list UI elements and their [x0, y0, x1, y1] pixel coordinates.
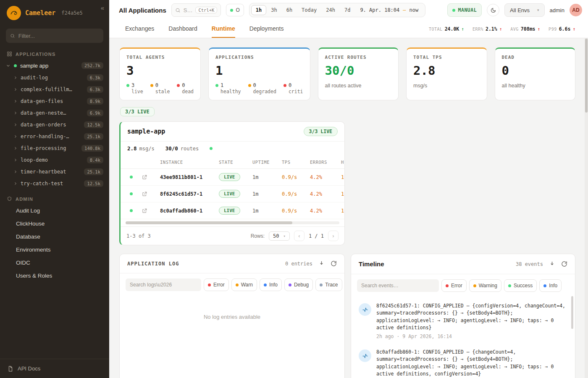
log-search-input[interactable] — [126, 278, 201, 291]
filter-chip-warning[interactable]: Warning — [469, 279, 501, 292]
tab-runtime[interactable]: Runtime — [212, 20, 235, 38]
sidebar-item-data-gen-files[interactable]: data-gen-files8.9k — [0, 95, 109, 107]
global-search[interactable]: S… Ctrl+K — [171, 3, 221, 17]
col-errors: ERRORS — [310, 160, 341, 165]
chevron-right-icon — [13, 123, 18, 127]
card-value: 1 — [215, 63, 303, 78]
breakdown-dead: 0dead — [177, 82, 194, 94]
sidebar-item-error-handling[interactable]: error-handling-…25.1k — [0, 131, 109, 142]
rows-per-page-select[interactable]: 50▾ — [269, 231, 290, 241]
live-summary-chip[interactable]: 3/3 LIVE — [120, 107, 155, 116]
breakdown-degraded: 0degraded — [248, 82, 276, 94]
status-dot — [177, 84, 180, 87]
external-link-icon[interactable] — [142, 174, 160, 180]
horizontal-scrollbar[interactable] — [126, 221, 339, 224]
extra-value: 1 — [341, 191, 344, 197]
filter-chip-warn[interactable]: Warn — [231, 278, 257, 291]
api-docs-link[interactable]: API Docs — [0, 359, 109, 378]
refresh-icon[interactable] — [331, 260, 337, 267]
manual-refresh-button[interactable]: MANUAL — [447, 3, 482, 17]
range-3h-button[interactable]: 3h — [266, 5, 281, 15]
log-empty-state: No log entries available — [120, 314, 344, 320]
chameleon-logo-icon — [7, 6, 21, 20]
download-icon[interactable] — [318, 260, 325, 267]
external-link-icon[interactable] — [142, 191, 160, 197]
sidebar-item-users-roles[interactable]: Users & Roles — [0, 269, 109, 282]
filter-chip-debug[interactable]: Debug — [284, 278, 313, 291]
range-24h-button[interactable]: 24h — [321, 5, 340, 15]
external-link-icon[interactable] — [142, 208, 160, 214]
col-extra: H — [341, 160, 344, 165]
filter-chip-info[interactable]: Info — [260, 278, 282, 291]
sidebar-item-environments[interactable]: Environments — [0, 243, 109, 256]
range-today-button[interactable]: Today — [297, 5, 321, 15]
status-dot — [248, 84, 251, 87]
page-title: All Applications — [119, 7, 166, 14]
scrollbar-thumb[interactable] — [585, 39, 588, 113]
sidebar-item-data-gen-nested[interactable]: data-gen-neste…6.9k — [0, 107, 109, 119]
tab-exchanges[interactable]: Exchanges — [125, 20, 154, 38]
timeline-panel: Timeline 38 events Error Warning Success… — [351, 254, 575, 378]
log-entries-count: 0 entries — [285, 261, 312, 267]
app-routes-value: 30/0 — [165, 145, 178, 152]
application-log-panel: APPLICATION LOG 0 entries Error Warn Inf… — [119, 254, 345, 378]
sidebar-item-file-processing[interactable]: file-processing140.8k — [0, 142, 109, 154]
dark-mode-toggle[interactable] — [487, 4, 499, 16]
env-select[interactable]: All Envs ▾ — [504, 3, 545, 17]
filter-chip-trace[interactable]: Trace — [315, 278, 342, 291]
count-badge: 252.7k — [81, 62, 103, 69]
sidebar-item-sample-app[interactable]: sample app 252.7k — [0, 59, 109, 72]
sidebar-item-loop-demo[interactable]: loop-demo8.4k — [0, 154, 109, 166]
table-row[interactable]: 8c0affadb860-1 LIVE 1m 0.9/s 4.2% 1 — [121, 202, 344, 219]
next-page-button[interactable]: › — [328, 231, 339, 241]
prev-page-button[interactable]: ‹ — [294, 231, 304, 241]
chevron-right-icon — [13, 181, 18, 186]
sidebar-item-clickhouse[interactable]: ClickHouse — [0, 217, 109, 230]
range-7d-button[interactable]: 7d — [340, 5, 355, 15]
timeline-event-list[interactable]: 8f6245c61d57-1: CONFIG_APPLIED — {config… — [351, 297, 575, 378]
sidebar-filter[interactable] — [6, 29, 103, 43]
download-icon[interactable] — [549, 261, 555, 267]
refresh-icon[interactable] — [561, 261, 567, 267]
filter-chip-error[interactable]: Error — [441, 279, 467, 292]
date-range-display[interactable]: 9. Apr. 18:04 — now — [355, 7, 423, 13]
sidebar-filter-input[interactable] — [18, 33, 99, 39]
filter-chip-error[interactable]: Error — [204, 278, 229, 291]
timeline-scrollbar[interactable] — [571, 296, 573, 329]
global-search-text: S… — [184, 7, 193, 13]
table-row[interactable]: 43ee9811b801-1 LIVE 1m 0.9/s 4.2% 1 — [121, 169, 344, 186]
sidebar-item-database[interactable]: Database — [0, 230, 109, 243]
app-card-stats: 2.8 msg/s 30/0 routes — [121, 142, 344, 155]
range-6h-button[interactable]: 6h — [282, 5, 297, 15]
avatar[interactable]: AD — [570, 4, 582, 16]
tab-dashboard[interactable]: Dashboard — [168, 20, 197, 38]
sidebar-collapse-icon[interactable]: « — [101, 4, 104, 11]
online-dot — [230, 9, 233, 12]
range-1h-button[interactable]: 1h — [251, 5, 266, 15]
sidebar-item-timer-heartbeat[interactable]: timer-heartbeat25.1k — [0, 166, 109, 178]
timeline-search-input[interactable] — [357, 279, 439, 292]
page-scrollbar[interactable] — [585, 38, 588, 378]
list-item[interactable]: 8f6245c61d57-1: CONFIG_APPLIED — {config… — [359, 298, 567, 344]
card-applications: APPLICATIONS 1 1healthy 0degraded 0criti — [208, 47, 310, 100]
sidebar-item-oidc[interactable]: OIDC — [0, 256, 109, 269]
stat-value: 24.0K — [445, 26, 459, 32]
warn-dot — [236, 284, 239, 286]
extra-value: 1 — [341, 174, 344, 180]
sidebar-item-audit-log-admin[interactable]: Audit Log — [0, 204, 109, 217]
sidebar-item-try-catch-test[interactable]: try-catch-test12.5k — [0, 178, 109, 189]
filter-chip-success[interactable]: Success — [504, 279, 537, 292]
stat-p99: P996.6s↑ — [549, 26, 575, 32]
filter-chip-info[interactable]: Info — [539, 279, 562, 292]
chevron-down-icon: ▾ — [283, 234, 285, 238]
scrollbar-thumb[interactable] — [126, 221, 292, 224]
search-icon — [10, 33, 15, 39]
online-indicator[interactable]: O — [226, 4, 244, 16]
sidebar-item-audit-log[interactable]: audit-log6.3k — [0, 72, 109, 84]
tab-deployments[interactable]: Deployments — [249, 20, 284, 38]
list-item[interactable]: 8c0affadb860-1: CONFIG_APPLIED — {change… — [359, 344, 567, 378]
event-timestamp: 2h ago · 9 Apr 2026, 16:14 — [376, 333, 567, 339]
table-row[interactable]: 8f6245c61d57-1 LIVE 1m 0.9/s 4.2% 1 — [121, 186, 344, 202]
sidebar-item-complex-fulfillment[interactable]: complex-fulfillm…6.3k — [0, 84, 109, 95]
sidebar-item-data-gen-orders[interactable]: data-gen-orders12.5k — [0, 119, 109, 131]
